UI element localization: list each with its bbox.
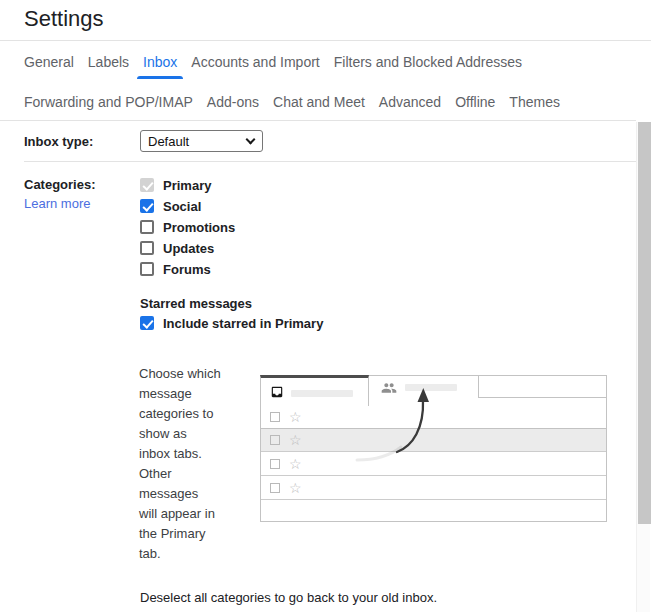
tab-forwarding-pop-imap[interactable]: Forwarding and POP/IMAP (24, 94, 193, 110)
settings-tabs-row-1: General Labels Inbox Accounts and Import… (24, 54, 522, 70)
checkbox-primary-label: Primary (163, 178, 211, 193)
tab-inbox[interactable]: Inbox (143, 54, 177, 70)
star-icon: ☆ (289, 433, 302, 447)
learn-more-link[interactable]: Learn more (24, 196, 90, 211)
categories-label: Categories: (24, 177, 96, 192)
tab-accounts-and-import[interactable]: Accounts and Import (191, 54, 319, 70)
gmail-settings-page: Settings General Labels Inbox Accounts a… (0, 0, 651, 612)
scrollbar-thumb[interactable] (638, 122, 651, 524)
checkbox-social-label[interactable]: Social (163, 199, 201, 214)
category-row-promotions: Promotions (140, 220, 235, 234)
page-title: Settings (24, 6, 104, 32)
settings-tabs-row-2: Forwarding and POP/IMAP Add-ons Chat and… (24, 94, 560, 110)
categories-checkbox-list: Primary Social Promotions Updates Forums (140, 178, 235, 276)
divider-under-title (0, 40, 651, 41)
checkbox-social[interactable] (140, 199, 154, 213)
deselect-note: Deselect all categories to go back to yo… (140, 590, 437, 605)
preview-row-empty (261, 500, 606, 520)
star-icon: ☆ (289, 457, 302, 471)
checkbox-placeholder-icon (270, 435, 280, 445)
inbox-type-select[interactable]: Default (140, 130, 263, 152)
preview-row-highlighted: ☆ (261, 428, 606, 452)
checkbox-primary (140, 178, 154, 192)
checkbox-forums-label[interactable]: Forums (163, 262, 211, 277)
tab-labels[interactable]: Labels (88, 54, 129, 70)
checkbox-placeholder-icon (270, 459, 280, 469)
category-row-forums: Forums (140, 262, 235, 276)
tab-themes[interactable]: Themes (509, 94, 560, 110)
categories-description-text: Choose which message categories to show … (139, 364, 243, 564)
category-row-social: Social (140, 199, 235, 213)
checkbox-forums[interactable] (140, 262, 154, 276)
scrollbar-track[interactable] (636, 122, 650, 612)
star-icon: ☆ (289, 481, 302, 495)
checkbox-updates[interactable] (140, 241, 154, 255)
preview-social-tab (369, 375, 479, 398)
tab-add-ons[interactable]: Add-ons (207, 94, 259, 110)
checkbox-placeholder-icon (270, 483, 280, 493)
divider-under-inbox-type (24, 161, 636, 162)
divider-under-tabs (0, 120, 636, 121)
tab-general[interactable]: General (24, 54, 74, 70)
inbox-tabs-preview-image: ☆ ☆ ☆ ☆ (260, 375, 607, 522)
preview-row: ☆ (261, 476, 606, 500)
preview-tab2-placeholder-bar (405, 384, 457, 391)
star-icon: ☆ (289, 410, 302, 424)
preview-row: ☆ (261, 452, 606, 476)
chevron-down-icon (246, 134, 256, 144)
tab-offline[interactable]: Offline (455, 94, 495, 110)
category-row-primary: Primary (140, 178, 235, 192)
starred-messages-heading: Starred messages (140, 296, 252, 311)
people-icon (381, 380, 397, 396)
category-row-updates: Updates (140, 241, 235, 255)
checkbox-promotions[interactable] (140, 220, 154, 234)
tab-chat-and-meet[interactable]: Chat and Meet (273, 94, 365, 110)
preview-message-rows: ☆ ☆ ☆ ☆ (261, 405, 606, 520)
preview-row: ☆ (261, 405, 606, 429)
checkbox-include-starred-label[interactable]: Include starred in Primary (163, 316, 323, 331)
inbox-icon (270, 385, 284, 399)
preview-primary-tab (260, 375, 369, 406)
checkbox-placeholder-icon (270, 412, 280, 422)
tab-advanced[interactable]: Advanced (379, 94, 441, 110)
checkbox-include-starred[interactable] (140, 316, 154, 330)
inbox-type-label: Inbox type: (24, 134, 93, 149)
preview-tab1-placeholder-bar (291, 390, 353, 397)
checkbox-promotions-label[interactable]: Promotions (163, 220, 235, 235)
tab-filters-and-blocked-addresses[interactable]: Filters and Blocked Addresses (334, 54, 522, 70)
checkbox-updates-label[interactable]: Updates (163, 241, 214, 256)
starred-checkbox-row: Include starred in Primary (140, 316, 323, 330)
inbox-type-selected-value: Default (148, 134, 247, 149)
